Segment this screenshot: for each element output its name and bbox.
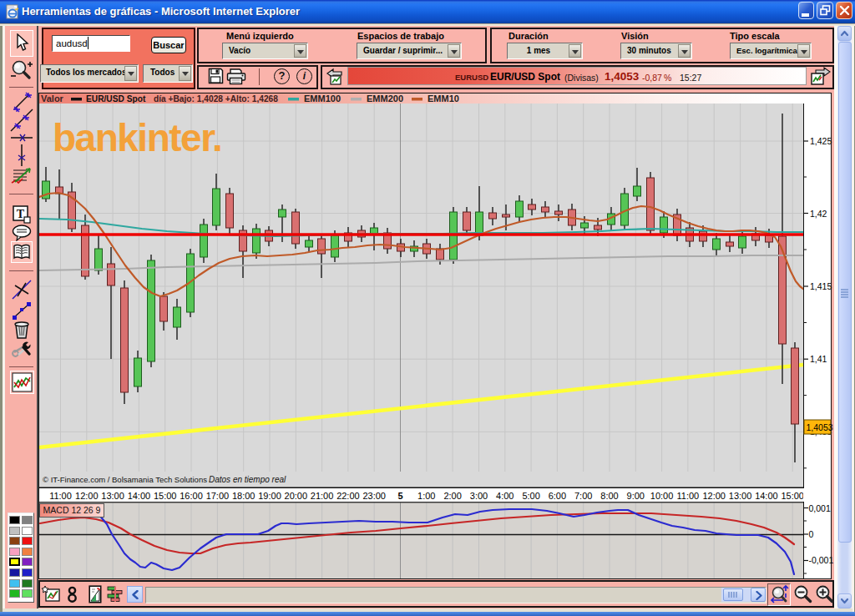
svg-text:12:00: 12:00 — [75, 491, 99, 501]
svg-text:19:00: 19:00 — [258, 491, 281, 501]
svg-text:21:00: 21:00 — [311, 491, 334, 501]
svg-text:13:00: 13:00 — [729, 491, 752, 501]
svg-text:Valor: Valor — [41, 93, 64, 104]
svg-text:2:00: 2:00 — [443, 491, 461, 501]
svg-text:0: 0 — [809, 529, 814, 539]
svg-text:9:00: 9:00 — [627, 491, 645, 501]
svg-text:15:00: 15:00 — [154, 491, 177, 501]
svg-text:1,4053: 1,4053 — [807, 422, 833, 432]
svg-text:18:00: 18:00 — [232, 491, 255, 501]
svg-text:EMM200: EMM200 — [367, 93, 403, 104]
svg-text:12:00: 12:00 — [702, 491, 726, 501]
svg-text:Datos en tiempo real: Datos en tiempo real — [209, 475, 286, 484]
svg-text:bankinter.: bankinter. — [53, 116, 221, 159]
svg-text:10:00: 10:00 — [650, 491, 674, 501]
svg-text:1,42: 1,42 — [810, 209, 827, 219]
svg-text:-0,001: -0,001 — [809, 555, 834, 565]
svg-text:20:00: 20:00 — [285, 491, 308, 501]
svg-text:EUR/USD Spot: EUR/USD Spot — [86, 94, 146, 104]
svg-text:5: 5 — [397, 491, 402, 501]
svg-text:14:00: 14:00 — [755, 491, 778, 501]
svg-text:16:00: 16:00 — [180, 491, 203, 501]
svg-text:6:00: 6:00 — [549, 491, 566, 501]
svg-text:23:00: 23:00 — [362, 491, 386, 501]
svg-text:0,001: 0,001 — [809, 503, 831, 513]
svg-text:1,415: 1,415 — [810, 281, 832, 291]
svg-text:© IT-Finance.com / Bolsamania: © IT-Finance.com / Bolsamania Tech Solut… — [43, 475, 207, 484]
svg-text:11:00: 11:00 — [49, 491, 72, 501]
svg-text:EMM10: EMM10 — [428, 93, 459, 104]
svg-text:1,41: 1,41 — [810, 354, 827, 364]
svg-text:3:00: 3:00 — [470, 491, 488, 501]
svg-text:T: T — [17, 208, 25, 220]
svg-text:15:00: 15:00 — [781, 491, 803, 501]
svg-text:día +Bajo: 1,4028 +Alto: 1,426: día +Bajo: 1,4028 +Alto: 1,4268 — [154, 94, 278, 104]
svg-text:13:00: 13:00 — [101, 491, 124, 501]
svg-text:17:00: 17:00 — [206, 491, 230, 501]
svg-text:1,425: 1,425 — [810, 136, 832, 146]
svg-text:11:00: 11:00 — [677, 491, 700, 501]
svg-text:4:00: 4:00 — [496, 491, 514, 501]
svg-text:22:00: 22:00 — [336, 491, 360, 501]
svg-text:8:00: 8:00 — [600, 491, 618, 501]
svg-text:7:00: 7:00 — [574, 491, 592, 501]
svg-text:5:00: 5:00 — [522, 491, 539, 501]
svg-text:1:00: 1:00 — [417, 491, 435, 501]
svg-text:EMM100: EMM100 — [304, 93, 341, 104]
svg-text:14:00: 14:00 — [128, 491, 151, 501]
